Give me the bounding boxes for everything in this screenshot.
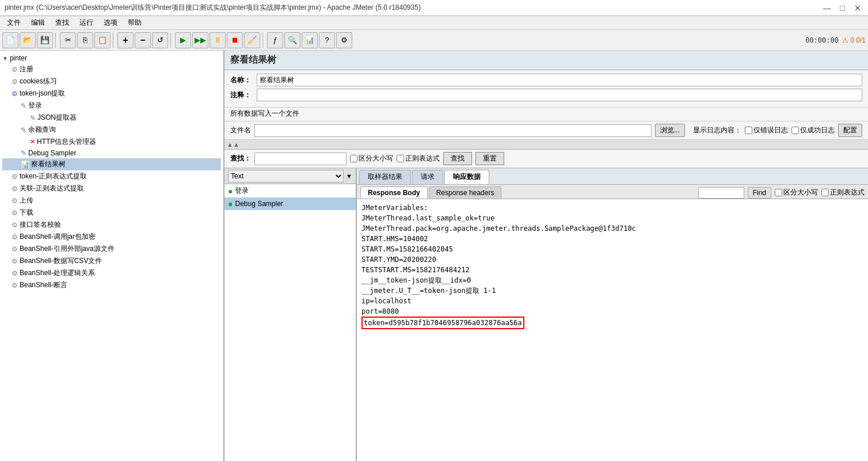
tree-item[interactable]: 📊察看结果树 [2,158,221,170]
sub-tab-response-headers[interactable]: Response headers [429,186,502,199]
tree-label: 关联-正则表达式提取 [20,184,84,193]
search-input[interactable] [254,153,347,165]
content-line: TESTSTART.MS=1582176484212 [361,265,863,275]
content-line: __jm__token-json提取__idx=0 [361,275,863,285]
report-button[interactable]: 📊 [302,32,318,48]
tab-request[interactable]: 请求 [412,170,443,184]
tree-item[interactable]: ✎JSON提取器 [2,112,221,124]
tree-item[interactable]: ⚙接口签名校验 [2,219,221,231]
paste-button[interactable]: 📋 [94,32,111,48]
tree-item[interactable]: ⚙上传 [2,195,221,207]
regex2-label: 正则表达式 [821,188,865,197]
tree-item[interactable]: ✎余额查询 [2,124,221,136]
content-line: ip=localhost [361,296,863,306]
tree-icon: ▼ [2,55,8,62]
tree-icon: ✎ [21,126,26,134]
clear-button[interactable]: 🧹 [244,32,260,48]
open-button[interactable]: 📂 [20,32,36,48]
tree-item[interactable]: ✕HTTP信息头管理器 [2,136,221,148]
regex2-checkbox[interactable] [821,189,829,196]
tree-item[interactable]: ✎登录 [2,100,221,112]
collapse-arrow[interactable]: ▲▲ [227,141,239,148]
content-pane: 取样器结果 请求 响应数据 Response Body Response [357,169,868,461]
tree-item[interactable]: ⚙下载 [2,207,221,219]
new-button[interactable]: 📄 [2,32,18,48]
name-label: 名称： [230,75,253,85]
tree-label: HTTP信息头管理器 [37,137,96,147]
tree-item[interactable]: ⚙BeanShell-数据写CSV文件 [2,255,221,267]
result-item-login[interactable]: ● 登录 [224,184,356,197]
stop-button[interactable]: ⏹ [227,32,243,48]
find-text-input[interactable] [698,187,744,199]
config-button[interactable]: 配置 [838,124,862,137]
result-list-pane: Text ▼ ● 登录 ● Debug Sampler [224,169,357,461]
menubar-item-运行[interactable]: 运行 [75,17,98,29]
browse-button[interactable]: 浏览... [655,124,685,137]
menubar-item-选项[interactable]: 选项 [99,17,122,29]
window-controls: — □ ✕ [821,3,863,13]
tab-sampler-result[interactable]: 取样器结果 [359,170,411,184]
tree-label: 上传 [20,196,33,205]
function-button[interactable]: ƒ [267,32,283,48]
copy-button[interactable]: ⎘ [77,32,93,48]
content-line: START.HMS=104002 [361,234,863,244]
content-line: START.MS=1582166402045 [361,244,863,254]
name-input[interactable] [257,74,862,86]
panel-header: 察看结果树 [224,51,868,70]
tree-item[interactable]: ⚙BeanShell-引用外部java源文件 [2,243,221,255]
content-line: token=d595b78f1b7046958796a032876aa56a [361,317,863,329]
tree-label: token-json提取 [20,89,65,98]
file-input[interactable] [254,124,652,137]
cut-button[interactable]: ✂ [60,32,76,48]
tree-item[interactable]: ⚙关联-正则表达式提取 [2,182,221,195]
success-log-checkbox[interactable] [791,127,799,134]
run-button[interactable]: ▶ [175,32,191,48]
remove-button[interactable]: − [135,32,151,48]
run-no-pause-button[interactable]: ▶▶ [192,32,208,48]
tree-item[interactable]: ⚙BeanShell-调用jar包加密 [2,231,221,243]
tree-item[interactable]: ⚙BeanShell-处理逻辑关系 [2,267,221,279]
tree-item[interactable]: ✎Debug Sampler [2,148,221,158]
toolbar: 📄 📂 💾 ✂ ⎘ 📋 + − ↺ ▶ ▶▶ ⏸ ⏹ 🧹 ƒ 🔍 📊 ? ⚙ 0… [0,30,868,51]
result-type-select[interactable]: Text [228,170,344,182]
comment-input[interactable] [257,89,862,101]
case-sensitive-checkbox[interactable] [350,155,357,162]
sub-tab-response-body[interactable]: Response Body [360,186,428,199]
case2-checkbox[interactable] [775,189,782,196]
case-sensitive-label: 区分大小写 [350,154,393,163]
find-button[interactable]: 查找 [443,152,472,165]
tree-icon: ⚙ [12,66,18,74]
close-button[interactable]: ✕ [852,3,863,13]
tree-item[interactable]: ▼pinter [2,53,221,63]
maximize-button[interactable]: □ [838,3,847,13]
result-item-debug[interactable]: ● Debug Sampler [224,197,356,210]
reset-button[interactable]: 重置 [475,152,504,165]
tree-item[interactable]: ⚙注册 [2,63,221,75]
main-area: ▼pinter⚙注册⚙cookies练习⚙token-json提取✎登录✎JSO… [0,51,868,461]
add-button[interactable]: + [117,32,134,48]
tree-item[interactable]: ⚙cookies练习 [2,75,221,87]
refresh-button[interactable]: ↺ [152,32,168,48]
menubar-item-查找[interactable]: 查找 [51,17,74,29]
menubar-item-帮助[interactable]: 帮助 [123,17,146,29]
tree-item[interactable]: ⚙token-json提取 [2,87,221,100]
minimize-button[interactable]: — [821,3,833,13]
menubar-item-编辑[interactable]: 编辑 [26,17,50,29]
content-line: port=8080 [361,306,863,317]
tab-response-data[interactable]: 响应数据 [444,170,489,184]
search-button[interactable]: 🔍 [284,32,300,48]
tree-label: cookies练习 [20,77,57,86]
menubar-item-文件[interactable]: 文件 [2,17,25,29]
tree-item[interactable]: ⚙BeanShell-断言 [2,279,221,291]
tree-icon: ⚙ [12,209,18,217]
remote-button[interactable]: ⚙ [336,32,352,48]
pause-button[interactable]: ⏸ [210,32,226,48]
find-btn-label[interactable]: Find [748,187,771,199]
tree-icon: ⚙ [12,197,18,205]
error-log-checkbox[interactable] [745,127,752,134]
regex-checkbox[interactable] [397,155,404,162]
save-button[interactable]: 💾 [37,32,53,48]
tree-item[interactable]: ⚙token-正则表达式提取 [2,170,221,182]
help-button[interactable]: ? [319,32,335,48]
separator3 [170,33,173,48]
